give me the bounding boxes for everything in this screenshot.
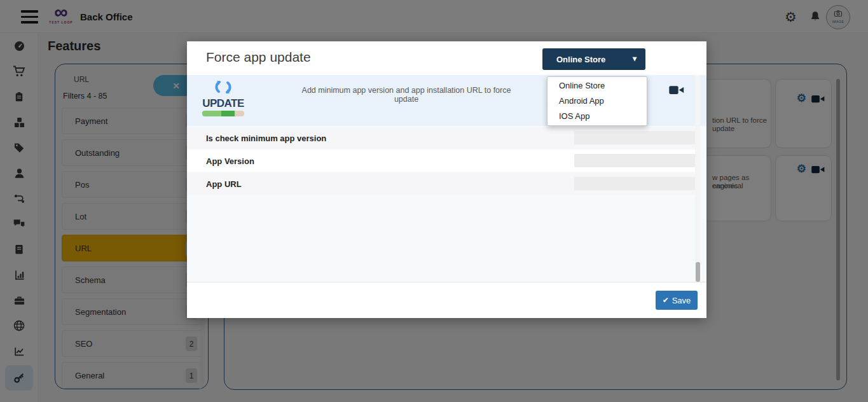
store-select-menu: Online Store Android App IOS App [547,76,647,126]
chevron-down-icon: ▾ [633,54,637,63]
modal-video-icon[interactable] [669,85,684,95]
store-select-value: Online Store [556,55,605,64]
store-select-dropdown[interactable]: Online Store ▾ [542,48,645,70]
menu-item-android-app[interactable]: Android App [548,94,647,109]
row-label: App Version [206,156,254,166]
modal-scrollbar-thumb[interactable] [696,262,700,282]
form-row-app-version: App Version [187,150,695,172]
menu-item-online-store[interactable]: Online Store [548,78,647,94]
modal-description: Add minimum app version and app installa… [295,86,518,104]
save-button-label: Save [672,296,691,305]
modal-header: Force app update Online Store ▾ [187,41,706,75]
min-version-check-input[interactable] [574,131,695,144]
row-label: App URL [206,179,242,189]
modal-title: Force app update [206,50,311,65]
save-button[interactable]: ✔ Save [656,291,698,310]
sync-arrows-icon [212,79,234,95]
update-logo: UPDATE [202,79,244,116]
modal-footer: ✔ Save [187,282,706,318]
form-row-min-version-check: Is check minimum app version [187,127,695,149]
menu-item-ios-app[interactable]: IOS App [548,109,647,124]
row-label: Is check minimum app version [206,134,326,143]
app-version-input[interactable] [574,154,695,167]
modal-scrollbar-track[interactable] [695,75,700,282]
form-row-app-url: App URL [187,173,695,195]
update-progress-bar [202,111,244,116]
check-icon: ✔ [663,296,669,305]
update-logo-text: UPDATE [202,98,244,109]
app-url-input[interactable] [574,177,695,190]
